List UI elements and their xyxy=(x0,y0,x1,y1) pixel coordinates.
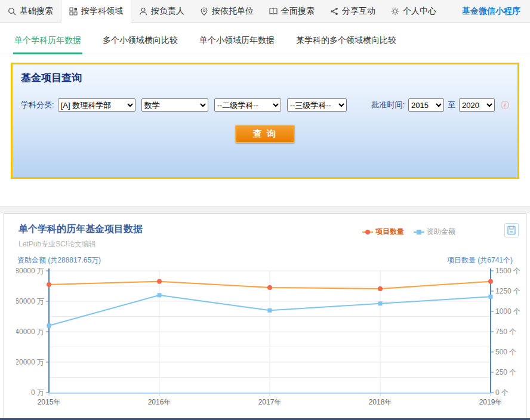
approval-time-label: 批准时间: xyxy=(371,100,405,110)
miniprogram-link[interactable]: 基金微信小程序 xyxy=(452,0,530,22)
chart-header: 单个学科的历年基金项目数据 LetPub专业SCI论文编辑 项目数量 资助金额 xyxy=(4,214,526,249)
svg-text:0 万: 0 万 xyxy=(31,388,44,397)
nav-tab-label: 按负责人 xyxy=(151,6,184,17)
nav-tab-label: 分享互动 xyxy=(342,6,375,17)
gear-icon xyxy=(391,7,399,16)
nav-spacer xyxy=(444,0,452,22)
query-button[interactable]: 查 询 xyxy=(235,125,295,143)
upper-section: 单个学科历年数据 多个小领域横向比较 单个小领域历年数据 某学科的多个领域横向比… xyxy=(0,27,530,206)
grid-icon xyxy=(69,7,78,16)
svg-text:2017年: 2017年 xyxy=(258,398,282,406)
svg-text:1000 个: 1000 个 xyxy=(495,307,520,316)
axis-titles: 资助金额 (共288817.65万) 项目数量 (共6741个) xyxy=(4,255,526,265)
subject-category-label: 学科分类: xyxy=(21,100,54,110)
query-panel-title: 基金项目查询 xyxy=(13,64,517,85)
nav-tab-label: 基础搜索 xyxy=(20,6,53,17)
share-icon xyxy=(330,7,338,16)
section-gap xyxy=(0,206,530,213)
legend-line-dot-marker xyxy=(362,230,373,234)
nav-tab-by-institution[interactable]: 按依托单位 xyxy=(192,0,261,22)
subject-select[interactable]: 数学 xyxy=(141,98,208,112)
year-to-select[interactable]: 2020 xyxy=(459,98,495,112)
level2-subject-select[interactable]: --二级学科-- xyxy=(214,98,281,112)
legend-line-square-marker xyxy=(414,230,424,234)
year-from-select[interactable]: 2015 xyxy=(408,98,444,112)
svg-text:2016年: 2016年 xyxy=(148,398,171,406)
svg-text:0 个: 0 个 xyxy=(495,388,509,397)
legend-item-project-count[interactable]: 项目数量 xyxy=(362,227,404,237)
legend-label: 项目数量 xyxy=(375,227,404,237)
nav-tab-personal-center[interactable]: 个人中心 xyxy=(383,0,444,22)
subtab-subject-multi-field-compare[interactable]: 某学科的多个领域横向比较 xyxy=(295,27,398,54)
nav-tab-full-search[interactable]: 全面搜索 xyxy=(261,0,322,22)
subtab-bar: 单个学科历年数据 多个小领域横向比较 单个小领域历年数据 某学科的多个领域横向比… xyxy=(0,27,530,54)
nav-tab-label: 按依托单位 xyxy=(212,6,254,17)
query-button-row: 查 询 xyxy=(13,125,517,143)
book-icon xyxy=(269,7,278,16)
query-form: 学科分类: [A] 数理科学部 数学 --二级学科-- --三级学科-- 批准时… xyxy=(13,98,517,112)
nav-tab-label: 全面搜索 xyxy=(281,6,315,17)
subtab-multi-subfield-compare[interactable]: 多个小领域横向比较 xyxy=(101,27,179,54)
svg-text:750 个: 750 个 xyxy=(495,328,516,336)
nav-tab-share[interactable]: 分享互动 xyxy=(322,0,383,22)
chart-panel: 单个学科的历年基金项目数据 LetPub专业SCI论文编辑 项目数量 资助金额 … xyxy=(4,213,526,420)
svg-text:80000 万: 80000 万 xyxy=(16,267,44,275)
right-axis-title: 项目数量 (共6741个) xyxy=(447,255,513,265)
svg-text:1250 个: 1250 个 xyxy=(495,287,520,295)
save-icon xyxy=(506,225,517,236)
main-nav: 基础搜索 按学科领域 按负责人 按依托单位 全面搜索 分享互动 个人中心 基金微… xyxy=(0,0,530,23)
query-panel: 基金项目查询 学科分类: [A] 数理科学部 数学 --二级学科-- --三级学… xyxy=(11,63,519,179)
nav-tab-by-subject[interactable]: 按学科领域 xyxy=(61,0,131,23)
chart-subtitle: LetPub专业SCI论文编辑 xyxy=(19,239,511,249)
location-icon xyxy=(200,7,208,16)
nav-tab-label: 按学科领域 xyxy=(81,6,123,17)
nav-tab-by-pi[interactable]: 按负责人 xyxy=(131,0,192,22)
info-icon[interactable]: i xyxy=(501,101,509,109)
svg-text:2015年: 2015年 xyxy=(38,398,61,406)
svg-text:2019年: 2019年 xyxy=(479,398,503,406)
subtab-single-subject-yearly[interactable]: 单个学科历年数据 xyxy=(13,27,82,54)
line-chart: 0 万20000 万40000 万60000 万80000 万0 个250 个5… xyxy=(16,265,514,415)
legend-item-funding[interactable]: 资助金额 xyxy=(414,227,455,237)
person-icon xyxy=(139,7,147,16)
line-chart-svg: 0 万20000 万40000 万60000 万80000 万0 个250 个5… xyxy=(16,265,522,412)
approval-time-group: 批准时间: 2015 至 2020 i xyxy=(371,98,509,112)
svg-text:20000 万: 20000 万 xyxy=(16,358,44,366)
svg-text:1500 个: 1500 个 xyxy=(495,267,520,275)
svg-text:2018年: 2018年 xyxy=(369,398,392,406)
left-axis-title: 资助金额 (共288817.65万) xyxy=(17,255,101,265)
chart-legend: 项目数量 资助金额 xyxy=(362,227,455,237)
department-select[interactable]: [A] 数理科学部 xyxy=(58,98,135,112)
to-label: 至 xyxy=(448,100,455,110)
svg-text:40000 万: 40000 万 xyxy=(16,328,44,336)
svg-text:60000 万: 60000 万 xyxy=(16,297,44,305)
save-image-button[interactable] xyxy=(504,223,519,237)
nav-tab-basic-search[interactable]: 基础搜索 xyxy=(0,0,61,22)
nav-tab-label: 个人中心 xyxy=(403,6,436,17)
subtab-single-subfield-yearly[interactable]: 单个小领域历年数据 xyxy=(198,27,276,54)
legend-label: 资助金额 xyxy=(427,227,455,237)
level3-subject-select[interactable]: --三级学科-- xyxy=(287,98,347,112)
search-icon xyxy=(8,7,16,16)
svg-text:500 个: 500 个 xyxy=(495,348,516,356)
svg-text:250 个: 250 个 xyxy=(495,368,516,376)
